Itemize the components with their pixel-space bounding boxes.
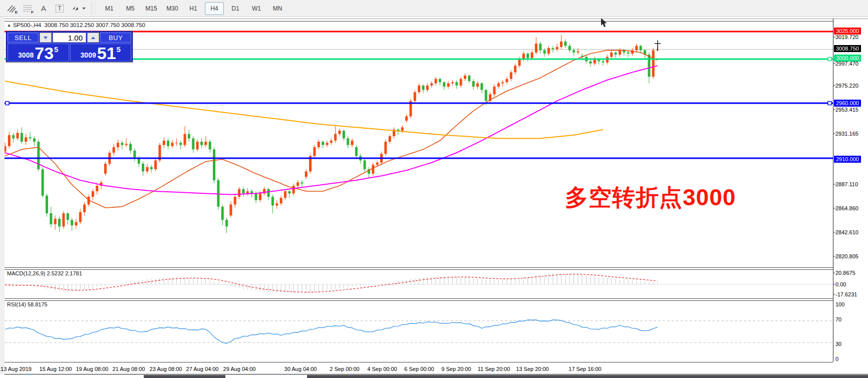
status-strip-segment xyxy=(307,375,868,378)
volume-increase-button[interactable] xyxy=(87,33,99,43)
time-axis-label: 13 Sep 20:00 xyxy=(516,366,548,372)
candle-body xyxy=(297,182,299,186)
candle-body xyxy=(79,212,82,222)
candle-body xyxy=(62,213,65,226)
candle-body xyxy=(351,141,354,145)
time-axis-label: 13 Aug 2019 xyxy=(1,366,32,372)
toolbar-separator xyxy=(92,3,96,15)
candle-body xyxy=(229,204,232,215)
candle-body xyxy=(576,52,579,53)
sell-price-button[interactable]: 3008 73 5 xyxy=(8,44,69,62)
text-object-icon[interactable]: T xyxy=(52,2,67,15)
candle-body xyxy=(480,83,483,90)
chart-text-annotation[interactable]: 多空转折点3000 xyxy=(565,182,736,213)
line-handle[interactable] xyxy=(828,58,831,61)
candle-body xyxy=(184,134,186,145)
candle-body xyxy=(46,196,48,213)
text-label-icon[interactable]: A xyxy=(36,2,51,15)
timeframe-button-H1[interactable]: H1 xyxy=(184,2,203,15)
candle-body xyxy=(255,193,257,200)
candle-body xyxy=(37,142,40,169)
candle-body xyxy=(21,133,23,142)
candle-body xyxy=(284,191,286,198)
buy-price-button[interactable]: 3009 51 5 xyxy=(70,44,132,62)
candle-body xyxy=(104,164,107,174)
collapse-triangle-icon[interactable]: ▲ xyxy=(7,23,11,28)
candle-body xyxy=(92,191,94,197)
candle-body xyxy=(389,136,391,142)
candle-body xyxy=(572,50,575,52)
chevron-down-icon xyxy=(44,37,48,39)
equidistant-channel-icon[interactable]: E xyxy=(4,2,19,15)
bid-price-big: 73 xyxy=(35,46,54,61)
candle-body xyxy=(71,220,73,225)
candle-body xyxy=(422,86,425,90)
candle-body xyxy=(209,142,211,149)
candle-body xyxy=(460,79,462,86)
candle-body xyxy=(602,61,605,62)
candle-body xyxy=(526,54,529,58)
candle-body xyxy=(339,131,341,134)
time-axis-label: 29 Aug 04:00 xyxy=(223,366,256,372)
time-axis-label: 9 Sep 20:00 xyxy=(441,366,471,372)
candle-body xyxy=(200,142,203,145)
indicator-axis-label: 0 xyxy=(835,355,838,362)
buy-button[interactable]: BUY xyxy=(100,33,131,43)
timeframe-button-M5[interactable]: M5 xyxy=(121,2,140,15)
rsi-line xyxy=(5,320,658,343)
timeframe-button-H4[interactable]: H4 xyxy=(205,2,224,15)
timeframe-button-M1[interactable]: M1 xyxy=(100,2,119,15)
candle-body xyxy=(535,44,537,53)
volume-decrease-button[interactable] xyxy=(40,33,52,43)
candle-body xyxy=(627,53,630,54)
ma-mid xyxy=(5,66,658,194)
bid-price-main: 3008 xyxy=(18,51,34,59)
candle-body xyxy=(426,86,429,90)
candle-body xyxy=(179,143,182,145)
candle-body xyxy=(246,191,249,193)
candle-body xyxy=(551,48,554,49)
candle-body xyxy=(326,143,328,145)
candle-body xyxy=(125,144,128,145)
line-handle[interactable] xyxy=(6,102,9,105)
candle-body xyxy=(301,182,303,183)
candle-body xyxy=(146,167,148,172)
line-handle[interactable] xyxy=(828,102,831,105)
candle-body xyxy=(267,189,270,197)
candle-body xyxy=(476,83,479,87)
candle-body xyxy=(33,138,36,142)
timeframe-button-MN[interactable]: MN xyxy=(268,2,287,15)
price-axis-label: 3008.750 xyxy=(834,45,861,52)
candle-body xyxy=(640,46,642,51)
candle-body xyxy=(318,142,320,147)
candle-body xyxy=(117,143,119,147)
candle-body xyxy=(217,180,219,207)
timeframe-button-W1[interactable]: W1 xyxy=(247,2,266,15)
candle-body xyxy=(83,204,86,212)
candle-body xyxy=(455,82,458,86)
indicator-axis-label: 100 xyxy=(835,301,844,308)
top-toolbar: E F A T M1M5M15M30H1H4D1W1MN xyxy=(0,0,868,17)
timeframe-button-M15[interactable]: M15 xyxy=(142,2,161,15)
arrow-objects-icon[interactable] xyxy=(68,2,88,15)
fibonacci-icon[interactable]: F xyxy=(20,2,35,15)
timeframe-button-D1[interactable]: D1 xyxy=(226,2,245,15)
candle-body xyxy=(364,160,366,169)
ma-fast xyxy=(5,50,658,208)
candle-body xyxy=(334,134,337,141)
candle-body xyxy=(564,42,566,46)
candle-body xyxy=(275,203,278,205)
candle-body xyxy=(343,131,345,138)
candle-body xyxy=(531,53,533,58)
candle-body xyxy=(188,134,190,139)
candle-body xyxy=(58,219,61,226)
candle-body xyxy=(635,46,638,51)
timeframe-button-M30[interactable]: M30 xyxy=(163,2,182,15)
candle-body xyxy=(280,198,282,203)
sell-button[interactable]: SELL xyxy=(8,33,39,43)
chevron-up-icon xyxy=(91,37,95,39)
time-axis-label: 15 Aug 12:00 xyxy=(40,366,72,372)
candle-body xyxy=(8,135,11,146)
bid-price-sup: 5 xyxy=(54,45,58,54)
volume-input[interactable] xyxy=(53,33,86,43)
